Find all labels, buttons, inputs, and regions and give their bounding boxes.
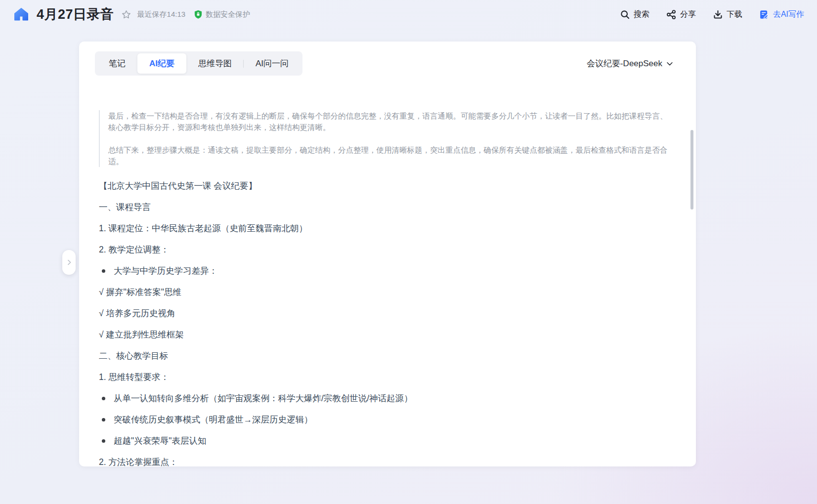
- chevron-down-icon: [665, 59, 674, 68]
- summary-type-label: 会议纪要-DeepSeek: [587, 58, 662, 69]
- tab-item[interactable]: 思维导图: [186, 53, 244, 74]
- sidebar-expand-button[interactable]: [62, 250, 76, 275]
- save-status: 最近保存14:13: [137, 10, 186, 19]
- summary-content: 最后，检查一下结构是否合理，有没有逻辑上的断层，确保每个部分的信息完整，没有重复…: [79, 76, 696, 466]
- thinking-paragraph: 最后，检查一下结构是否合理，有没有逻辑上的断层，确保每个部分的信息完整，没有重复…: [108, 110, 673, 133]
- summary-line-text: 大学与中学历史学习差异：: [114, 265, 217, 277]
- summary-type-dropdown[interactable]: 会议纪要-DeepSeek: [587, 58, 674, 69]
- download-icon: [713, 9, 723, 20]
- home-button[interactable]: [13, 6, 30, 23]
- summary-line: 突破传统历史叙事模式（明君盛世→深层历史逻辑）: [99, 414, 673, 426]
- download-label: 下载: [727, 9, 742, 20]
- summary-line: 2. 教学定位调整：: [99, 244, 673, 256]
- summary-line: 【北京大学中国古代史第一课 会议纪要】: [99, 180, 673, 192]
- security-label: 数据安全保护: [206, 10, 250, 19]
- security-badge: 数据安全保护: [193, 9, 250, 19]
- ai-writing-button[interactable]: 去AI写作: [759, 9, 804, 20]
- summary-line-text: √ 建立批判性思维框架: [99, 329, 184, 341]
- ai-writing-label: 去AI写作: [773, 9, 804, 20]
- summary-text: 【北京大学中国古代史第一课 会议纪要】 一、课程导言 1. 课程定位：中华民族古…: [99, 180, 673, 466]
- summary-line-text: √ 摒弃"标准答案"思维: [99, 286, 181, 298]
- home-icon: [13, 6, 29, 22]
- ai-thinking-block: 最后，检查一下结构是否合理，有没有逻辑上的断层，确保每个部分的信息完整，没有重复…: [99, 110, 673, 167]
- topbar-actions: 搜索 分享 下载: [620, 9, 804, 20]
- summary-line: 二、核心教学目标: [99, 350, 673, 362]
- summary-line-text: 从单一认知转向多维分析（如宇宙观案例：科学大爆炸/宗教创世说/神话起源）: [114, 392, 413, 405]
- search-button[interactable]: 搜索: [620, 9, 649, 20]
- star-icon: [121, 9, 131, 20]
- summary-line-text: 超越"兴衰荣辱"表层认知: [114, 435, 206, 447]
- summary-line-text: 2. 方法论掌握重点：: [99, 456, 177, 466]
- summary-line: √ 摒弃"标准答案"思维: [99, 286, 673, 298]
- shield-lock-icon: [193, 9, 203, 19]
- search-icon: [620, 9, 630, 20]
- bullet-dot: [102, 418, 105, 421]
- summary-line-text: 【北京大学中国古代史第一课 会议纪要】: [99, 180, 257, 192]
- page-title: 4月27日录音: [37, 5, 114, 23]
- summary-line: 1. 课程定位：中华民族古老起源（史前至魏晋南北朝）: [99, 222, 673, 235]
- panel-header: 笔记 AI纪要 思维导图 AI问一问 会议纪要-DeepSeek: [79, 42, 696, 76]
- summary-line: 2. 方法论掌握重点：: [99, 456, 673, 466]
- share-button[interactable]: 分享: [666, 9, 696, 20]
- summary-line: 一、课程导言: [99, 201, 673, 213]
- tab-bar: 笔记 AI纪要 思维导图 AI问一问: [95, 51, 302, 76]
- summary-line: 超越"兴衰荣辱"表层认知: [99, 435, 673, 447]
- thinking-paragraph: 总结下来，整理步骤大概是：通读文稿，提取主要部分，确定结构，分点整理，使用清晰标…: [108, 144, 673, 167]
- summary-line-text: 突破传统历史叙事模式（明君盛世→深层历史逻辑）: [114, 414, 313, 426]
- scrollbar-thumb[interactable]: [690, 130, 693, 210]
- tab-label: 思维导图: [198, 59, 232, 68]
- bullet-dot: [102, 439, 105, 443]
- summary-line-text: 一、课程导言: [99, 201, 151, 213]
- summary-line: 从单一认知转向多维分析（如宇宙观案例：科学大爆炸/宗教创世说/神话起源）: [99, 392, 673, 405]
- topbar: 4月27日录音 最近保存14:13 数据安全保护 搜索: [0, 0, 817, 29]
- tab-label: 笔记: [109, 59, 126, 68]
- bullet-dot: [102, 397, 105, 400]
- tab-item[interactable]: AI问一问: [244, 53, 301, 74]
- summary-line-text: 2. 教学定位调整：: [99, 244, 169, 256]
- tab-item[interactable]: 笔记: [97, 53, 137, 74]
- favorite-button[interactable]: [121, 9, 131, 20]
- summary-line-text: 1. 课程定位：中华民族古老起源（史前至魏晋南北朝）: [99, 222, 307, 235]
- summary-line-text: √ 培养多元历史视角: [99, 307, 175, 320]
- summary-line: √ 建立批判性思维框架: [99, 329, 673, 341]
- tab-label: AI问一问: [256, 59, 289, 68]
- bullet-dot: [102, 269, 105, 273]
- share-label: 分享: [680, 9, 696, 20]
- main-panel: 笔记 AI纪要 思维导图 AI问一问 会议纪要-DeepSeek 最后，检查一下…: [79, 42, 696, 466]
- summary-line-text: 1. 思维转型要求：: [99, 371, 169, 383]
- chevron-right-icon: [65, 258, 73, 266]
- tab-item[interactable]: AI纪要: [137, 53, 186, 74]
- tab-label: AI纪要: [149, 59, 174, 68]
- search-label: 搜索: [634, 9, 649, 20]
- summary-line: 1. 思维转型要求：: [99, 371, 673, 383]
- download-button[interactable]: 下载: [713, 9, 742, 20]
- summary-line-text: 二、核心教学目标: [99, 350, 168, 362]
- share-icon: [666, 9, 677, 20]
- ai-writing-icon: [759, 9, 770, 20]
- summary-line: √ 培养多元历史视角: [99, 307, 673, 320]
- summary-line: 大学与中学历史学习差异：: [99, 265, 673, 277]
